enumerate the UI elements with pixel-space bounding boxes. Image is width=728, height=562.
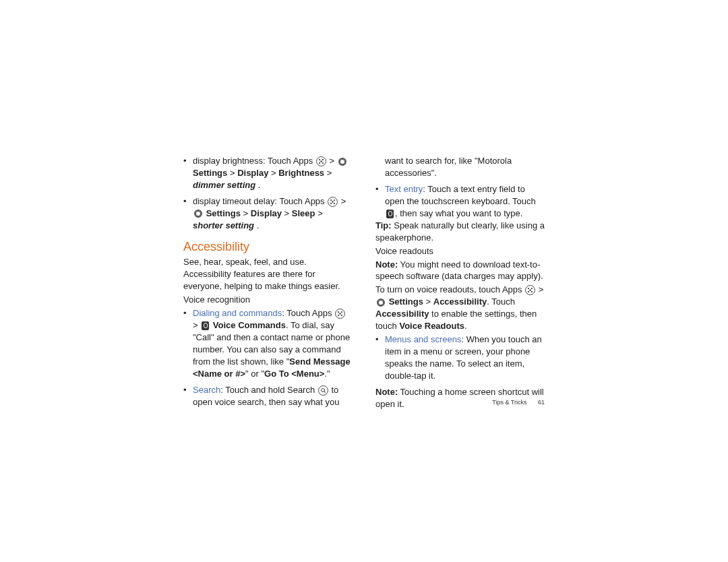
voice-readouts-subhead: Voice readouts [375, 245, 545, 257]
text-entry-post: , then say what you want to type. [395, 208, 522, 218]
search-label: Search [193, 385, 220, 395]
timeout-pre: display timeout delay: Touch Apps [193, 196, 325, 206]
footer-section: Tips & Tricks [492, 399, 526, 406]
turnon-accessibility2: Accessibility [375, 309, 429, 319]
gear-icon [338, 158, 346, 166]
tip-paragraph: Tip: Speak naturally but clearly, like u… [375, 220, 545, 244]
note1-label: Note: [375, 259, 398, 270]
voice-readouts-list: Menus and screens: When you touch an ite… [375, 334, 545, 382]
page-footer: Tips & Tricks 61 [492, 399, 545, 406]
apps-icon [328, 197, 338, 207]
timeout-item: display timeout delay: Touch Apps > Sett… [183, 195, 353, 232]
note1-paragraph: Note: You might need to download text-to… [375, 259, 545, 283]
path-settings: Settings [206, 208, 241, 218]
apps-icon [525, 285, 535, 295]
tip-text: Speak naturally but clearly, like using … [375, 220, 545, 243]
content-columns: display brightness: Touch Apps > Setting… [183, 155, 545, 412]
apps-icon [316, 156, 326, 166]
search-pre: : Touch and hold Search [220, 385, 315, 395]
note2-paragraph: Note: Touching a home screen shortcut wi… [375, 386, 545, 410]
path-sleep: Sleep [292, 208, 315, 218]
tip-label: Tip: [375, 220, 392, 230]
turnon-accessibility: Accessibility [433, 296, 487, 307]
text-entry-item: Text entry: Touch a text entry field to … [375, 183, 545, 220]
turnon-post1: . Touch [487, 296, 515, 307]
dialing-pre: : Touch Apps [282, 308, 332, 318]
text-entry-label: Text entry [385, 184, 423, 194]
brightness-pre: display brightness: Touch Apps [193, 156, 313, 166]
turnon-voice-readouts: Voice Readouts [399, 321, 464, 331]
turnon-settings: Settings [389, 296, 423, 307]
footer-page-number: 61 [538, 399, 545, 406]
manual-page: display brightness: Touch Apps > Setting… [0, 0, 728, 562]
accessibility-intro: See, hear, speak, feel, and use. Accessi… [183, 256, 353, 292]
voice-recognition-subhead: Voice recognition [183, 294, 353, 306]
path-brightness: Brightness [278, 168, 324, 178]
mic-icon [202, 321, 209, 330]
cmd-goto: Go To <Menu> [264, 369, 324, 379]
turnon-pre: To turn on voice readouts, touch Apps [375, 284, 522, 294]
note1-text: You might need to download text-to-speec… [375, 259, 543, 282]
brightness-item: display brightness: Touch Apps > Setting… [183, 155, 353, 191]
search-icon [318, 385, 328, 396]
accessibility-heading: Accessibility [183, 239, 353, 255]
note2-label: Note: [375, 387, 398, 397]
apps-icon [335, 309, 345, 319]
path-display: Display [237, 168, 268, 178]
menus-item: Menus and screens: When you touch an ite… [375, 334, 545, 382]
gear-icon [194, 210, 202, 218]
dialing-or: " or " [245, 369, 264, 379]
dialing-item: Dialing and commands: Touch Apps > Voice… [183, 307, 353, 380]
search-cont: want to search for, like "Motorola acces… [385, 156, 512, 178]
display-settings-list: display brightness: Touch Apps > Setting… [183, 155, 353, 232]
gear-icon [377, 299, 385, 307]
timeout-end: shorter setting [193, 220, 254, 230]
turnon-paragraph: To turn on voice readouts, touch Apps > … [375, 284, 545, 332]
brightness-end: dimmer setting [193, 180, 255, 190]
path-display: Display [251, 208, 282, 218]
dialing-end: ." [324, 369, 330, 379]
voice-commands: Voice Commands [213, 320, 286, 330]
menus-label: Menus and screens [385, 334, 461, 344]
dialing-label: Dialing and commands [193, 308, 282, 318]
mic-icon [386, 210, 394, 218]
path-settings: Settings [193, 168, 227, 178]
